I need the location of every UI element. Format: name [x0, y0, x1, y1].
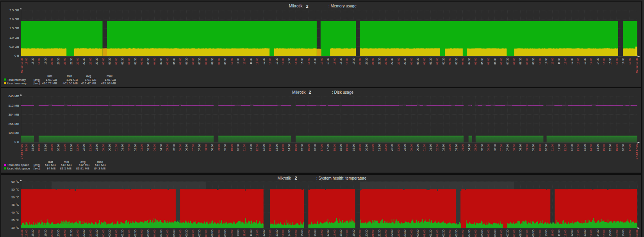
svg-text:17:00: 17:00 — [628, 230, 632, 237]
svg-text:02:30: 02:30 — [134, 230, 137, 237]
svg-text:1.91 GB: 1.91 GB — [66, 78, 78, 82]
svg-text:22:00: 22:00 — [76, 230, 79, 237]
svg-text:60 °C: 60 °C — [11, 180, 19, 184]
svg-text:512 MB: 512 MB — [95, 163, 106, 167]
svg-text:18:30: 18:30 — [31, 144, 34, 151]
svg-text:03:30: 03:30 — [146, 57, 150, 64]
svg-text:05:30: 05:30 — [172, 230, 176, 237]
svg-text:1.91 GB: 1.91 GB — [46, 78, 57, 82]
svg-text:40 °C: 40 °C — [11, 211, 19, 214]
svg-text:02:30: 02:30 — [134, 57, 137, 64]
svg-text:21:30: 21:30 — [378, 230, 381, 237]
svg-text:11:30: 11:30 — [249, 57, 253, 64]
svg-text:16:30: 16:30 — [621, 144, 625, 151]
svg-text:04:30: 04:30 — [159, 144, 163, 151]
svg-text:20:30: 20:30 — [57, 144, 60, 151]
svg-text:05:30: 05:30 — [480, 144, 484, 151]
svg-text:20:00: 20:00 — [50, 144, 54, 151]
svg-text:14:00: 14:00 — [589, 230, 593, 237]
svg-text:17:30: 17:30 — [326, 144, 330, 151]
svg-text:00:00: 00:00 — [102, 230, 105, 237]
svg-text:128 MB: 128 MB — [8, 131, 19, 135]
svg-text:11:30: 11:30 — [249, 230, 253, 236]
svg-text:04:30: 04:30 — [467, 57, 471, 64]
svg-text:19:00: 19:00 — [37, 144, 41, 151]
svg-text:08:00: 08:00 — [204, 57, 208, 64]
svg-text:15:00: 15:00 — [602, 57, 606, 64]
svg-text:04:00: 04:00 — [461, 57, 464, 64]
svg-text:00:30: 00:30 — [416, 57, 419, 64]
svg-text:07-12 17:36: 07-12 17:36 — [635, 144, 639, 159]
svg-text:412.47 MB: 412.47 MB — [81, 82, 96, 85]
svg-text:02:30: 02:30 — [442, 144, 445, 151]
svg-text:23:00: 23:00 — [89, 57, 92, 64]
svg-text:00:30: 00:30 — [108, 144, 111, 151]
svg-text:09:00: 09:00 — [525, 230, 529, 237]
svg-text:08:00: 08:00 — [204, 144, 208, 151]
svg-text:2: 2 — [306, 4, 309, 9]
svg-text:last: last — [47, 74, 52, 78]
svg-text:19:30: 19:30 — [352, 144, 355, 151]
svg-text:[avg]: [avg] — [34, 167, 40, 170]
svg-text:05:00: 05:00 — [474, 144, 477, 151]
svg-text:09:00: 09:00 — [525, 144, 529, 151]
svg-text:03:00: 03:00 — [140, 230, 143, 237]
svg-text:01:00: 01:00 — [114, 144, 118, 151]
svg-text:01:30: 01:30 — [121, 144, 124, 151]
svg-text:14:30: 14:30 — [287, 57, 291, 64]
svg-text:23:00: 23:00 — [89, 144, 92, 151]
svg-text:08:00: 08:00 — [512, 230, 516, 237]
svg-text:11:30: 11:30 — [557, 230, 561, 236]
svg-text:16:00: 16:00 — [615, 144, 619, 151]
svg-text:17:00: 17:00 — [320, 230, 323, 237]
svg-text:01:00: 01:00 — [114, 230, 118, 237]
svg-text:1.91 GB: 1.91 GB — [85, 78, 96, 82]
svg-text:20:30: 20:30 — [365, 230, 368, 237]
svg-text:13:30: 13:30 — [583, 57, 587, 64]
svg-text:23:30: 23:30 — [95, 144, 98, 151]
svg-text:03:00: 03:00 — [448, 144, 451, 151]
svg-text:13:30: 13:30 — [583, 144, 587, 151]
svg-text:11:00: 11:00 — [551, 144, 554, 151]
svg-text:17:00: 17:00 — [628, 144, 632, 151]
svg-text:435.63 MB: 435.63 MB — [101, 82, 116, 85]
svg-text:avg: avg — [86, 74, 91, 78]
svg-text:22:30: 22:30 — [82, 144, 86, 151]
svg-text:08:30: 08:30 — [519, 230, 522, 237]
svg-text:15:30: 15:30 — [608, 57, 612, 64]
svg-text:02:30: 02:30 — [442, 230, 445, 237]
svg-text:00:00: 00:00 — [410, 230, 413, 237]
svg-text:18:00: 18:00 — [25, 144, 28, 151]
svg-text:18:30: 18:30 — [339, 144, 343, 151]
svg-text:10:00: 10:00 — [230, 57, 234, 64]
svg-text:02:00: 02:00 — [435, 230, 439, 237]
svg-text:12:30: 12:30 — [262, 57, 266, 64]
svg-text:12:30: 12:30 — [570, 57, 574, 64]
svg-text:13:30: 13:30 — [275, 57, 278, 64]
svg-text:640 MB: 640 MB — [8, 94, 19, 98]
svg-text:08:30: 08:30 — [519, 57, 522, 64]
svg-text:09:30: 09:30 — [532, 144, 535, 151]
svg-text:15:30: 15:30 — [608, 144, 612, 151]
svg-text:01:00: 01:00 — [423, 57, 426, 64]
svg-text:18:00: 18:00 — [333, 57, 336, 64]
svg-text:15:30: 15:30 — [300, 57, 304, 64]
svg-text:Mikrotik: Mikrotik — [278, 176, 291, 180]
svg-text:10:30: 10:30 — [544, 230, 548, 237]
svg-text:20:30: 20:30 — [57, 57, 60, 64]
svg-text:23:30: 23:30 — [95, 230, 98, 237]
svg-text:04:00: 04:00 — [153, 230, 156, 237]
svg-text:08:00: 08:00 — [204, 230, 208, 237]
svg-text:04:00: 04:00 — [153, 144, 156, 151]
svg-text:16:30: 16:30 — [313, 57, 317, 64]
svg-text:16:30: 16:30 — [621, 57, 625, 64]
svg-text:04:00: 04:00 — [153, 57, 156, 64]
svg-text:07:30: 07:30 — [506, 144, 509, 151]
svg-text:12:30: 12:30 — [570, 144, 574, 151]
svg-text:00:30: 00:30 — [416, 230, 419, 237]
svg-text:14:00: 14:00 — [589, 144, 593, 151]
svg-text:20:00: 20:00 — [358, 144, 362, 151]
svg-text:03:00: 03:00 — [140, 144, 143, 151]
svg-text:16:00: 16:00 — [307, 57, 310, 64]
svg-text:20:00: 20:00 — [358, 57, 362, 64]
